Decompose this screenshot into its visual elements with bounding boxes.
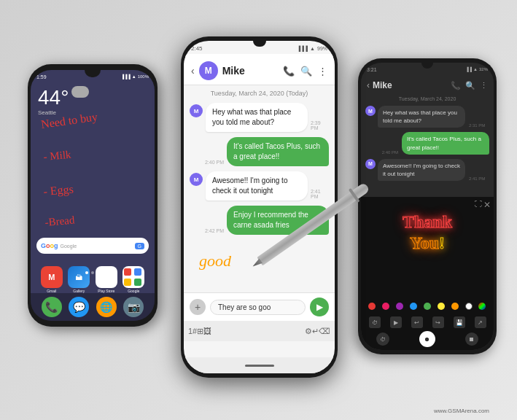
time-1: 2:39 PM [311, 120, 329, 131]
search-icon[interactable]: 🔍 [300, 66, 312, 77]
time-left: 1:59 [36, 74, 47, 79]
google-logo: Goog [41, 242, 58, 249]
dock-phone[interactable]: 📞 [42, 297, 62, 317]
cloud-icon [71, 86, 89, 98]
close-overlay-button[interactable]: ✕ [483, 200, 491, 210]
right-time-3: 2:41 PM [469, 176, 485, 181]
time-3: 2:41 PM [311, 189, 329, 199]
msg-row-2: 2:40 PM It's called Tacos Plus, such a g… [184, 136, 335, 168]
app-gallery[interactable]: 🏔 Gallery [68, 266, 90, 293]
time-2: 2:40 PM [205, 160, 224, 165]
back-button[interactable]: ‹ [191, 65, 195, 77]
tool-play[interactable]: ▶ [390, 316, 402, 328]
dock-messages[interactable]: 💬 [69, 297, 89, 317]
mini-avatar-1: M [190, 104, 203, 117]
ctrl-record[interactable]: ⏺ [419, 331, 435, 347]
app-gmail[interactable]: M Gmail [41, 266, 63, 293]
color-rainbow[interactable] [478, 303, 486, 310]
ctrl-stop[interactable]: ⏹ [465, 332, 478, 346]
color-yellow[interactable] [438, 303, 445, 310]
right-msg-header: ‹ Mike 📞 🔍 ⋮ [361, 74, 494, 93]
bubble-2: It's called Tacos Plus, such a great pla… [227, 137, 329, 166]
right-back-button[interactable]: ‹ [367, 80, 370, 90]
dot-3 [97, 271, 100, 274]
thank-you-overlay: ⛶ ✕ Thank You! [361, 197, 494, 350]
battery-middle: 99% [317, 46, 327, 51]
kb-icon-delete[interactable]: ⌫ [319, 327, 330, 336]
right-messages-area: Tuesday, March 24, 2020 M Hey what was t… [361, 93, 494, 184]
right-more-icon[interactable]: ⋮ [480, 81, 488, 90]
weather-icon-area [71, 86, 89, 98]
right-mini-avatar-1: M [365, 106, 376, 116]
more-icon[interactable]: ⋮ [318, 66, 327, 77]
wifi-middle: ▲ [310, 46, 315, 51]
hw-line1: Need to buy [40, 110, 98, 131]
input-text: They are so goo [218, 303, 271, 311]
color-blue[interactable] [410, 303, 417, 310]
expand-icon[interactable]: ⛶ [475, 200, 482, 208]
dock-camera[interactable]: 📷 [123, 297, 144, 317]
msg-row-1: M Hey what was that place you told me ab… [184, 101, 335, 133]
app-google[interactable]: Google [123, 266, 144, 293]
message-input[interactable]: They are so goo [210, 300, 306, 315]
msg-header: ‹ M Mike 📞 🔍 ⋮ [184, 54, 335, 85]
right-date-divider: Tuesday, March 24, 2020 [361, 93, 494, 104]
color-purple[interactable] [396, 303, 403, 310]
messages-area: Tuesday, March 24, 2020 (Today) M Hey wh… [184, 85, 335, 283]
time-right: 3:21 [367, 67, 377, 72]
signal-icon: ▐▐▐ [121, 74, 131, 79]
tool-share[interactable]: ↗ [475, 316, 486, 328]
page-dots [31, 271, 155, 274]
watermark: www.GSMArena.com [434, 408, 489, 414]
kb-icon-settings[interactable]: ⚙ [305, 327, 312, 336]
bottom-dock: 📞 💬 🌐 📷 [31, 293, 155, 321]
msg-row-3: M Awesome!! I'm going to check it out to… [184, 170, 335, 202]
scene: 1:59 ▐▐▐ ▲ 100% 44° Seattle [0, 0, 517, 420]
right-bubble-2: It's called Tacos Plus, such a great pla… [402, 132, 489, 154]
ctrl-timer[interactable]: ⏱ [376, 332, 389, 346]
kb-icon-enter[interactable]: ↵ [312, 327, 319, 336]
search-bar[interactable]: Goog Google G [36, 238, 149, 254]
color-green[interactable] [424, 303, 431, 310]
thank-text: Thank [361, 211, 494, 233]
temperature: 44° [38, 88, 69, 108]
msg-input-row: + They are so goo ▶ [184, 293, 335, 321]
send-button[interactable]: ▶ [310, 298, 329, 316]
wifi-right: ▲ [473, 67, 478, 71]
right-bubble-1: Hey what was that place you told me abou… [378, 106, 465, 128]
handwriting-area: Need to buy - Milk - Eggs -Bread [38, 108, 147, 248]
right-search-icon[interactable]: 🔍 [465, 81, 475, 90]
keyboard-bar: 1# ⊞ 🖼 ⚙ ↵ ⌫ [184, 321, 335, 341]
tool-redo[interactable]: ↪ [432, 316, 444, 328]
app-playstore[interactable]: ▶ Play Store [96, 266, 117, 293]
home-indicator [245, 365, 274, 367]
dot-1 [85, 271, 88, 274]
right-mini-avatar-3: M [365, 159, 376, 169]
color-red[interactable] [368, 303, 376, 310]
kb-icon-2[interactable]: ⊞ [197, 327, 203, 336]
color-white[interactable] [465, 303, 473, 310]
color-orange[interactable] [451, 303, 459, 310]
date-divider: Tuesday, March 24, 2020 (Today) [184, 85, 335, 101]
exclaim-text: ! [439, 233, 445, 252]
signal-right: ▐▐ [466, 67, 473, 71]
google-btn[interactable]: G [135, 243, 144, 249]
bottom-bar-middle [184, 357, 335, 373]
kb-icon-3[interactable]: 🖼 [203, 327, 211, 335]
mini-avatar-3: M [190, 173, 203, 186]
kb-icon-1[interactable]: 1# [188, 327, 197, 335]
time-middle: 2:45 [191, 45, 203, 52]
tool-save[interactable]: 💾 [454, 316, 465, 328]
tool-timer[interactable]: ⏱ [369, 316, 381, 328]
contact-name: Mike [222, 65, 279, 77]
tool-undo[interactable]: ↩ [411, 316, 423, 328]
hw-good: good [199, 252, 232, 270]
right-time-2: 2:40 PM [382, 150, 398, 155]
color-pink[interactable] [382, 303, 389, 310]
phone-icon[interactable]: 📞 [283, 66, 295, 77]
dock-chrome[interactable]: 🌐 [96, 297, 117, 317]
right-phone-icon[interactable]: 📞 [451, 81, 461, 90]
status-icons-left: ▐▐▐ ▲ 100% [121, 74, 149, 79]
color-palette [361, 299, 494, 314]
attachment-button[interactable]: + [190, 299, 206, 315]
